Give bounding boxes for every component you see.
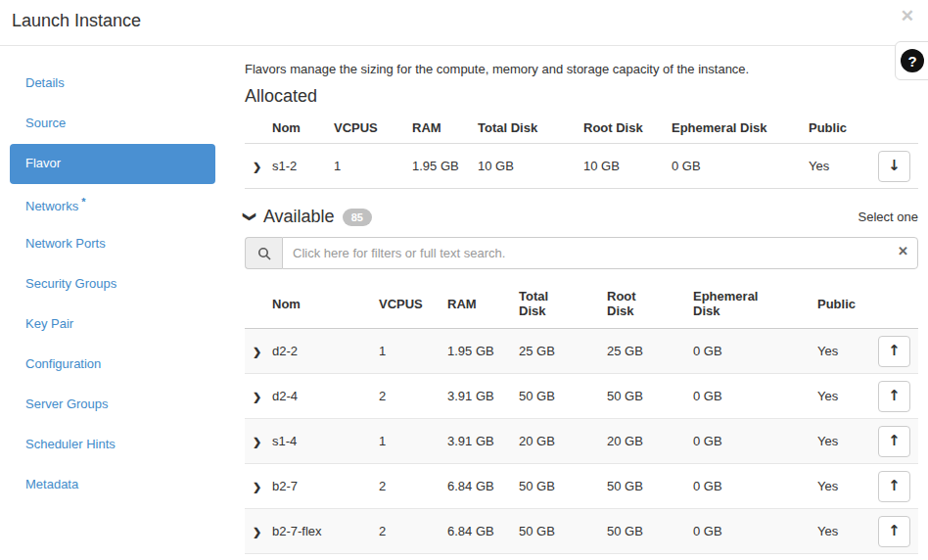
sidebar-item-scheduler-hints[interactable]: Scheduler Hints [10,425,215,465]
clear-search-icon[interactable]: ✕ [898,245,908,257]
available-flavor-row: ❯ b2-7-flex 2 6.84 GB 50 GB 50 GB 0 GB Y… [245,509,918,554]
flavor-name: s1-2 [272,144,334,189]
expand-chevron-icon[interactable]: ❯ [253,481,261,492]
help-icon: ? [901,49,924,72]
sidebar-item-network-ports[interactable]: Network Ports [10,224,215,264]
flavor-vcpus: 2 [379,509,447,554]
flavor-vcpus: 1 [334,144,412,189]
expand-chevron-icon[interactable]: ❯ [253,161,261,172]
sidebar-item-networks[interactable]: Networks* [10,184,215,224]
flavor-vcpus: 2 [379,464,447,509]
available-collapse-toggle[interactable]: ❯ Available 85 [245,207,372,227]
sidebar-item-label: Security Groups [25,276,116,291]
sidebar-item-metadata[interactable]: Metadata [10,465,215,505]
sidebar-item-label: Configuration [25,356,101,371]
sidebar-item-key-pair[interactable]: Key Pair [10,304,215,345]
col-ephemeral-disk: Ephemeral Disk [672,115,809,144]
filter-search-bar: ✕ [245,237,918,269]
select-hint: Select one [858,210,918,224]
col-public: Public [809,115,874,144]
modal-body: Details Source Flavor Networks* Network … [0,46,928,560]
flavor-public: Yes [817,419,876,464]
required-marker: * [81,196,85,208]
flavor-public: Yes [809,144,874,189]
flavor-name: d2-2 [272,329,379,374]
col-ram: RAM [447,279,519,329]
flavor-vcpus: 2 [379,374,447,419]
allocated-flavor-row: ❯ s1-2 1 1.95 GB 10 GB 10 GB 0 GB Yes ↓ [245,144,918,189]
arrow-up-icon: ↑ [888,432,901,449]
allocate-button: ↑ [878,381,910,412]
sidebar-item-label: Server Groups [25,397,109,411]
step-description: Flavors manage the sizing for the comput… [245,62,918,76]
sidebar-item-label: Details [25,75,65,90]
col-public: Public [817,279,876,329]
sidebar-item-server-groups[interactable]: Server Groups [10,385,215,425]
available-table: Nom VCPUS RAM Total Disk Root Disk Ephem… [245,279,918,554]
search-input[interactable] [282,237,918,269]
available-heading: Available [263,207,335,227]
col-vcpus: VCPUS [379,279,447,329]
flavor-ephemeral-disk: 0 GB [693,509,817,554]
sidebar-item-details[interactable]: Details [10,64,215,104]
flavor-name: d2-4 [272,374,379,419]
expand-chevron-icon[interactable]: ❯ [253,391,261,402]
flavor-root-disk: 50 GB [607,464,693,509]
wizard-sidebar: Details Source Flavor Networks* Network … [0,46,235,560]
flavor-ephemeral-disk: 0 GB [693,374,817,419]
available-count-badge: 85 [343,209,372,226]
sidebar-item-source[interactable]: Source [10,104,215,144]
expand-chevron-icon[interactable]: ❯ [253,526,261,537]
available-flavor-row: ❯ b2-7 2 6.84 GB 50 GB 50 GB 0 GB Yes ↑ [245,464,918,509]
flavor-ram: 1.95 GB [412,144,478,189]
flavor-public: Yes [817,464,876,509]
col-vcpus: VCPUS [334,115,412,144]
available-section-header: ❯ Available 85 Select one [245,207,918,227]
allocate-button: ↑ [878,426,910,457]
flavor-public: Yes [817,374,876,419]
col-root-disk: Root Disk [583,115,672,144]
arrow-up-icon: ↑ [888,477,901,494]
chevron-down-icon: ❯ [243,211,257,222]
flavor-public: Yes [817,329,876,374]
flavor-ephemeral-disk: 0 GB [672,144,809,189]
deallocate-button: ↓ [878,151,910,182]
sidebar-item-label: Network Ports [25,236,106,251]
col-total-disk: Total Disk [519,279,607,329]
arrow-up-icon: ↑ [888,522,901,539]
modal-header: Launch Instance ✕ [0,0,928,46]
col-name: Nom [272,279,379,329]
flavor-ram: 1.95 GB [447,329,519,374]
sidebar-item-label: Flavor [25,156,61,170]
allocated-header-row: Nom VCPUS RAM Total Disk Root Disk Ephem… [245,115,918,144]
arrow-up-icon: ↑ [888,342,901,359]
flavor-root-disk: 10 GB [583,144,672,189]
flavor-total-disk: 50 GB [519,509,607,554]
flavor-step-panel: Flavors manage the sizing for the comput… [235,46,928,560]
close-icon[interactable]: ✕ [901,8,914,24]
flavor-ram: 6.84 GB [447,509,519,554]
sidebar-item-configuration[interactable]: Configuration [10,345,215,385]
expand-chevron-icon[interactable]: ❯ [253,346,261,357]
flavor-name: s1-4 [272,419,379,464]
sidebar-item-label: Metadata [25,477,78,491]
flavor-vcpus: 1 [379,329,447,374]
allocate-button: ↑ [878,336,910,367]
flavor-root-disk: 20 GB [607,419,693,464]
flavor-total-disk: 10 GB [478,144,583,189]
col-root-disk: Root Disk [607,279,693,329]
flavor-root-disk: 25 GB [607,329,693,374]
flavor-ram: 6.84 GB [447,464,519,509]
flavor-total-disk: 50 GB [519,464,607,509]
flavor-root-disk: 50 GB [607,374,693,419]
arrow-down-icon: ↓ [888,157,901,174]
flavor-total-disk: 50 GB [519,374,607,419]
allocated-heading: Allocated [245,86,918,107]
expand-chevron-icon[interactable]: ❯ [253,436,261,447]
available-flavor-row: ❯ d2-4 2 3.91 GB 50 GB 50 GB 0 GB Yes ↑ [245,374,918,419]
sidebar-item-flavor[interactable]: Flavor [10,144,215,184]
help-button[interactable]: ? [895,41,928,80]
sidebar-item-security-groups[interactable]: Security Groups [10,264,215,304]
search-icon [245,237,282,269]
flavor-name: b2-7 [272,464,379,509]
